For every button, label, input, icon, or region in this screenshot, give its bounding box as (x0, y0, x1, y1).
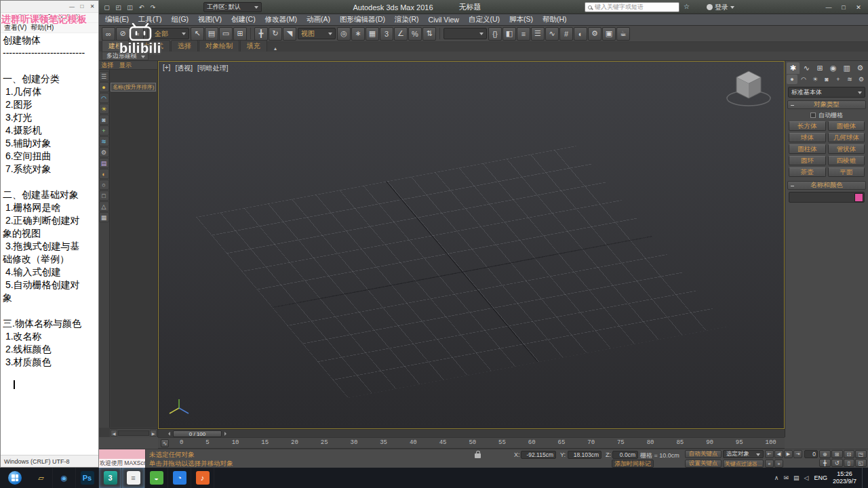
music-app-icon[interactable]: ♪ (191, 468, 214, 488)
reference-coordinate-dropdown[interactable]: 视图 (298, 28, 336, 39)
display-systems-icon[interactable]: ⚙ (99, 147, 109, 157)
ribbon-tab[interactable]: 填充 (240, 40, 267, 52)
display-materials-icon[interactable]: ◐ (99, 169, 109, 179)
menu-item[interactable]: 工具(T) (134, 15, 166, 24)
cylinder-button[interactable]: 圆柱体 (789, 144, 826, 154)
ribbon-tab[interactable]: 对象绘制 (199, 40, 239, 52)
viewport-label[interactable]: [明暗处理] (197, 64, 229, 73)
display-groups-icon[interactable]: ▤ (99, 158, 109, 168)
show-desktop-button[interactable] (862, 468, 865, 488)
auto-key-button[interactable]: 自动关键点 (685, 450, 722, 458)
notepad-menu-item[interactable]: 帮助(H) (29, 23, 55, 33)
undo-icon[interactable]: ↶ (136, 2, 146, 12)
file-explorer-icon[interactable]: ▱ (30, 468, 53, 488)
mirror-icon[interactable]: ◧ (502, 27, 516, 41)
ribbon-tab[interactable]: 自由形式 (130, 40, 170, 52)
volume-icon[interactable]: ◁ (804, 474, 809, 481)
select-and-rotate-icon[interactable]: ↻ (269, 27, 282, 41)
percent-snap-icon[interactable]: % (408, 27, 422, 41)
helpers-icon[interactable]: + (833, 75, 844, 84)
notepad-minimize-button[interactable]: — (67, 3, 77, 11)
select-and-move-icon[interactable]: ╋ (254, 27, 268, 41)
notepad-text-area[interactable]: 创建物体--------------------------一、创建分类 1.几… (1, 33, 98, 455)
select-by-name-icon[interactable]: ▤ (205, 27, 218, 41)
torus-button[interactable]: 圆环 (789, 156, 826, 165)
window-maximize-button[interactable]: □ (837, 2, 850, 13)
zoom-extents-icon[interactable]: ⊡ (844, 450, 855, 458)
window-crossing-icon[interactable]: ⊞ (233, 27, 247, 41)
viewport-label[interactable]: [+] (163, 64, 170, 73)
edit-named-selection-sets-icon[interactable]: {} (488, 27, 502, 41)
menu-item[interactable]: 组(G) (166, 15, 193, 24)
named-selection-sets-dropdown[interactable] (443, 28, 487, 39)
pyramid-button[interactable]: 四棱锥 (828, 156, 865, 165)
geometry-icon[interactable]: ● (787, 75, 797, 84)
unlink-selection-icon[interactable]: ⊘ (116, 27, 130, 41)
go-to-start-button[interactable]: ⇤ (765, 450, 774, 458)
menu-item[interactable]: 自定义(U) (464, 15, 505, 24)
add-time-tag-button[interactable]: 添加时间标记 (612, 460, 654, 468)
curve-editor-icon[interactable]: ∿ (545, 27, 559, 41)
explorer-menu-item[interactable]: 选择 (101, 61, 113, 70)
workspace-dropdown[interactable]: 工作区: 默认 (203, 2, 262, 12)
explorer-name-column-header[interactable]: 名称(按升序排序) (111, 83, 156, 92)
menu-item[interactable]: Civil View (424, 16, 464, 24)
zoom-all-icon[interactable]: ⊞ (831, 450, 843, 458)
display-cameras-icon[interactable]: ◙ (99, 115, 109, 125)
maximize-viewport-toggle-icon[interactable]: ◱ (855, 459, 867, 467)
search-input[interactable]: 键入关键字或短语 (585, 2, 679, 12)
material-editor-icon[interactable]: ◐ (574, 27, 587, 41)
selection-lock-toggle[interactable] (475, 453, 481, 458)
explorer-menu-item[interactable]: 显示 (119, 61, 132, 70)
edge-icon[interactable]: ◔ (168, 468, 191, 488)
language-indicator[interactable]: ENG (814, 474, 827, 481)
open-file-icon[interactable]: ◰ (113, 2, 123, 12)
notifications-icon[interactable]: ✉ (783, 474, 789, 481)
time-slider-next-arrow[interactable] (224, 432, 229, 436)
browser-icon[interactable]: ◉ (53, 468, 76, 488)
menu-item[interactable]: 视图(V) (193, 15, 226, 24)
orbit-icon[interactable]: ↺ (831, 459, 843, 467)
z-coordinate-field[interactable]: 0.0cm (612, 451, 638, 459)
name-and-color-rollout[interactable]: 名称和颜色 (787, 181, 866, 190)
systems-icon[interactable]: ⚙ (856, 75, 867, 84)
object-type-rollout[interactable]: 对象类型 (787, 100, 866, 109)
display-bones-icon[interactable]: ○ (99, 180, 109, 190)
menu-item[interactable]: 渲染(R) (390, 15, 424, 24)
notepad-menu-item[interactable]: 查看(V) (3, 23, 28, 33)
render-production-icon[interactable]: ☕ (616, 27, 630, 41)
box-button[interactable]: 长方体 (789, 121, 826, 131)
clock[interactable]: 15:26 2023/9/7 (833, 470, 856, 486)
create-tab[interactable]: ✱ (787, 62, 800, 74)
ribbon-tab[interactable]: 选择 (171, 40, 198, 52)
cone-button[interactable]: 圆锥体 (828, 121, 865, 131)
window-minimize-button[interactable]: — (822, 2, 835, 13)
display-frozen-icon[interactable]: △ (99, 201, 109, 211)
menu-item[interactable]: 图形编辑器(D) (335, 15, 390, 24)
key-mode-toggle-button[interactable]: « (765, 460, 774, 468)
mini-curve-editor-button[interactable]: ∿ (161, 439, 169, 447)
modify-tab[interactable]: ∿ (800, 62, 813, 74)
signin-button[interactable]: 登录 (707, 2, 734, 12)
previous-frame-button[interactable]: ◀ (774, 450, 783, 458)
time-slider-handle[interactable]: 0 / 100 (173, 430, 222, 437)
display-space-warps-icon[interactable]: ≋ (99, 136, 109, 146)
window-close-button[interactable]: ✕ (852, 2, 865, 13)
align-icon[interactable]: ≡ (517, 27, 530, 41)
y-coordinate-field[interactable]: 18.103cm (568, 451, 601, 459)
keyboard-shortcut-override-icon[interactable]: ▦ (366, 27, 379, 41)
scrollbar-track[interactable] (118, 430, 149, 436)
geosphere-button[interactable]: 几何球体 (828, 133, 865, 142)
play-button[interactable]: ▶ (784, 450, 793, 458)
space-warps-icon[interactable]: ≋ (844, 75, 855, 84)
explorer-sort-icon[interactable]: ☰ (99, 71, 109, 81)
zoom-icon[interactable]: ⊕ (819, 450, 831, 458)
rendered-frame-window-icon[interactable]: ▣ (602, 27, 616, 41)
motion-tab[interactable]: ◉ (827, 62, 840, 74)
scroll-right-icon[interactable]: ▶ (150, 430, 157, 436)
field-of-view-icon[interactable]: ▯ (844, 459, 855, 467)
menu-item[interactable]: 编辑(E) (100, 15, 134, 24)
redo-icon[interactable]: ↷ (148, 2, 158, 12)
next-key-button[interactable]: » (774, 460, 783, 468)
tube-button[interactable]: 管状体 (828, 144, 865, 154)
